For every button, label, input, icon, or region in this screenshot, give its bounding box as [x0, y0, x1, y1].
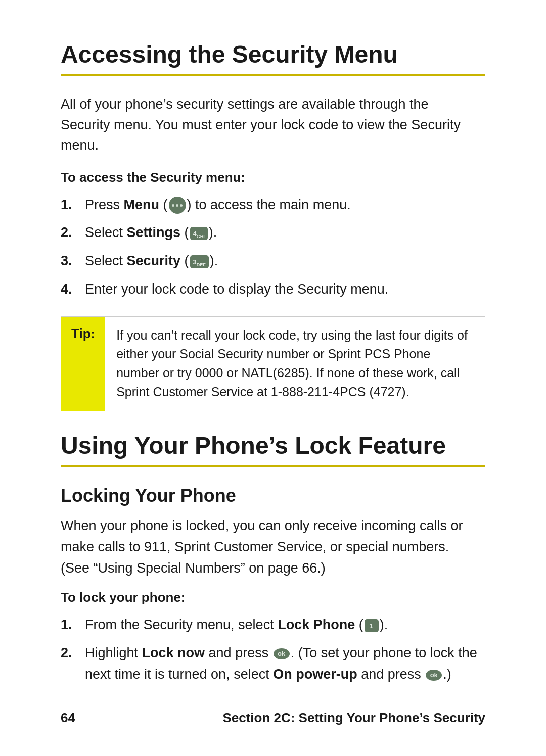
tip-box: Tip: If you can’t recall your lock code,…: [61, 316, 485, 411]
lock-step-2-content: Highlight Lock now and press ok. (To set…: [85, 645, 477, 682]
ok-icon-1: ok: [274, 648, 290, 659]
step-1-number: 1.: [61, 195, 72, 216]
section1-steps: 1. Press Menu () to access the main menu…: [61, 195, 485, 300]
step-1: 1. Press Menu () to access the main menu…: [61, 195, 485, 216]
locking-steps: 1. From the Security menu, select Lock P…: [61, 615, 485, 685]
step-1-content: Press Menu () to access the main menu.: [85, 197, 351, 212]
step-2-number: 2.: [61, 222, 72, 244]
lock-now-bold: Lock now: [142, 645, 205, 660]
lock-step-1: 1. From the Security menu, select Lock P…: [61, 615, 485, 636]
step-2: 2. Select Settings (4GHI).: [61, 222, 485, 244]
section1-divider: [61, 74, 485, 76]
lock-phone-icon: 1: [365, 619, 379, 632]
subsection-locking-title: Locking Your Phone: [61, 485, 485, 506]
lock-step-1-content: From the Security menu, select Lock Phon…: [85, 617, 388, 632]
section-accessing-security: Accessing the Security Menu All of your …: [61, 40, 485, 411]
page-number: 64: [61, 710, 75, 726]
menu-icon: [169, 197, 186, 214]
section-lock-feature: Using Your Phone’s Lock Feature Locking …: [61, 432, 485, 685]
page-footer: 64 Section 2C: Setting Your Phone’s Secu…: [61, 710, 485, 726]
on-power-up-bold: On power-up: [273, 667, 357, 682]
tip-label: Tip:: [61, 317, 105, 411]
step-4-number: 4.: [61, 279, 72, 300]
security-icon: 3DEF: [190, 255, 209, 268]
section1-title: Accessing the Security Menu: [61, 40, 485, 68]
section2-divider: [61, 465, 485, 467]
step-3: 3. Select Security (3DEF).: [61, 251, 485, 272]
subsection-locking: Locking Your Phone When your phone is lo…: [61, 485, 485, 685]
tip-content: If you can’t recall your lock code, try …: [105, 317, 485, 411]
locking-body: When your phone is locked, you can only …: [61, 515, 475, 579]
step-2-bold: Settings: [127, 225, 181, 240]
lock-step-1-number: 1.: [61, 615, 72, 636]
settings-icon: 4GHI: [190, 227, 208, 240]
section1-intro: All of your phone’s security settings ar…: [61, 94, 475, 156]
lock-step-2: 2. Highlight Lock now and press ok. (To …: [61, 643, 485, 685]
lock-phone-bold: Lock Phone: [278, 617, 355, 632]
section1-subheading: To access the Security menu:: [61, 170, 485, 185]
page-container: Accessing the Security Menu All of your …: [0, 0, 546, 756]
step-3-number: 3.: [61, 251, 72, 272]
footer-section-label: Section 2C: Setting Your Phone’s Securit…: [222, 710, 485, 726]
step-3-bold: Security: [127, 253, 181, 268]
step-4-content: Enter your lock code to display the Secu…: [85, 281, 388, 297]
step-3-content: Select Security (3DEF).: [85, 253, 218, 268]
step-1-bold: Menu: [124, 197, 160, 212]
locking-subheading: To lock your phone:: [61, 590, 485, 605]
ok-icon-2: ok: [426, 670, 442, 681]
step-2-content: Select Settings (4GHI).: [85, 225, 217, 240]
section2-title: Using Your Phone’s Lock Feature: [61, 432, 485, 459]
step-4: 4. Enter your lock code to display the S…: [61, 279, 485, 300]
lock-step-2-number: 2.: [61, 643, 72, 664]
